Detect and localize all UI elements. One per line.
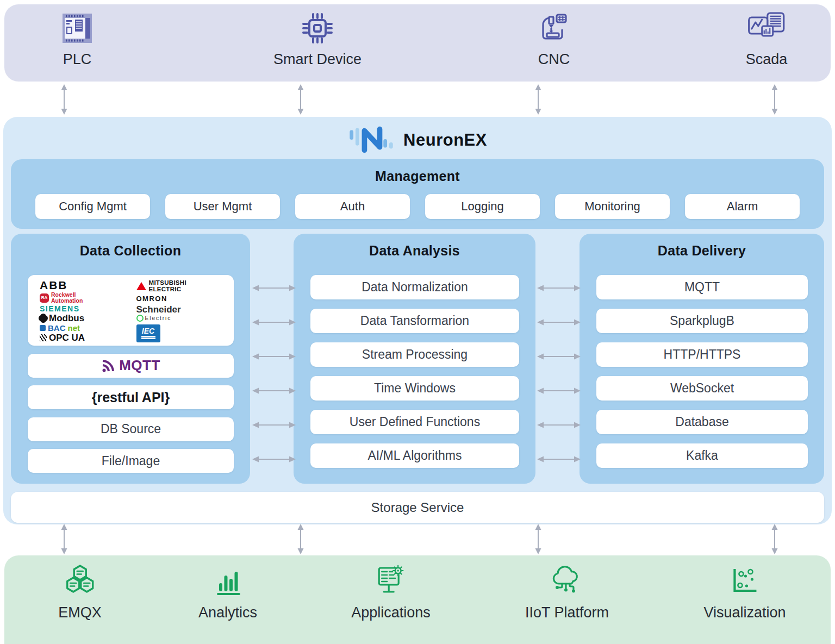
emqx-icon: [63, 564, 97, 599]
cnc-machine-icon: [537, 11, 571, 46]
double-arrow-vertical: [296, 84, 305, 115]
bacnet-logo: BACnet: [40, 324, 132, 332]
double-arrow-vertical: [60, 523, 68, 555]
scada-icon: [746, 11, 787, 46]
bacnet-badge-icon: [40, 325, 46, 331]
schneider-line2: Electric: [145, 316, 172, 321]
platform-applications: Applications: [351, 564, 431, 621]
applications-icon: [373, 564, 408, 599]
siemens-logo: SIEMENS: [40, 305, 132, 312]
management-item: Monitoring: [555, 194, 670, 219]
analysis-item: AI/ML Algorithms: [310, 443, 519, 468]
management-item: Auth: [295, 194, 410, 219]
double-arrow-horizontal: [537, 387, 581, 395]
platform-label: Applications: [351, 604, 431, 621]
vendor-logos-right: MITSUBISHIELECTRIC OMRON Schneider Elect…: [136, 279, 229, 342]
opc-ua-logo: OPC UA: [40, 333, 132, 342]
analysis-item: Data Normalization: [310, 275, 519, 299]
collection-item: DB Source: [28, 417, 234, 441]
schneider-electric-logo: Schneider Electric: [136, 305, 229, 322]
double-arrow-vertical: [534, 84, 543, 115]
data-collection-panel: Data Collection ABB RA RockwellAutomatio…: [11, 234, 250, 484]
vendor-logos-box: ABB RA RockwellAutomation SIEMENS Modbus…: [28, 275, 234, 346]
opc-ua-text: OPC UA: [49, 333, 85, 342]
rockwell-line2: Automation: [51, 297, 83, 304]
management-panel: Management Config Mgmt User Mgmt Auth Lo…: [11, 159, 824, 229]
device-label: Scada: [746, 51, 788, 68]
scatter-plot-icon: [727, 564, 762, 599]
device-label: CNC: [538, 51, 570, 68]
modbus-text: Modbus: [49, 314, 84, 323]
iec-logo: IEC: [136, 324, 229, 342]
management-item: Logging: [425, 194, 540, 219]
platforms-bar: EMQX Analytics: [4, 555, 831, 644]
storage-service-bar: Storage Service: [11, 492, 824, 523]
mitsubishi-line1: MITSUBISHI: [149, 279, 186, 286]
delivery-item: Database: [596, 410, 808, 434]
double-arrow-horizontal: [252, 284, 296, 292]
schneider-circle-icon: [136, 315, 144, 322]
mitsubishi-triangle-icon: [136, 282, 146, 290]
double-arrow-horizontal: [252, 318, 296, 326]
chip-icon: [300, 11, 335, 46]
device-smart-device: Smart Device: [273, 11, 362, 68]
omron-logo: OMRON: [136, 295, 229, 302]
analysis-item: Data Tansformarion: [310, 309, 519, 333]
mitsubishi-line2: ELECTRIC: [149, 286, 182, 292]
device-plc: PLC: [60, 11, 95, 68]
rockwell-badge: RA: [40, 293, 49, 303]
delivery-item: WebSocket: [596, 376, 808, 401]
analysis-item: Time Windows: [310, 376, 519, 401]
double-arrow-vertical: [60, 84, 68, 115]
iec-lines-icon: [141, 336, 155, 337]
double-arrow-vertical: [770, 84, 779, 115]
device-scada: Scada: [746, 11, 788, 68]
double-arrow-horizontal: [537, 318, 581, 326]
device-label: Smart Device: [273, 51, 362, 68]
management-item: Config Mgmt: [35, 194, 150, 219]
collection-item-mqtt: MQTT: [28, 354, 234, 378]
double-arrow-horizontal: [537, 421, 581, 429]
device-label: PLC: [63, 51, 92, 68]
product-title: NeuronEX: [403, 130, 487, 150]
collection-item: {restful API}: [28, 385, 234, 409]
platform-visualization: Visualization: [703, 564, 786, 621]
double-arrow-vertical: [296, 523, 305, 555]
device-cnc: CNC: [537, 11, 571, 68]
schneider-line1: Schneider: [136, 305, 181, 314]
plc-icon: [60, 11, 95, 46]
abb-logo: ABB: [40, 279, 132, 291]
neuronex-logo-icon: [348, 123, 395, 157]
double-arrow-horizontal: [537, 455, 581, 463]
data-delivery-title: Data Delivery: [579, 234, 824, 259]
delivery-item: HTTP/HTTPS: [596, 342, 808, 367]
vendor-logos-left: ABB RA RockwellAutomation SIEMENS Modbus…: [40, 279, 132, 342]
analytics-bars-icon: [210, 564, 245, 599]
neuronex-header: NeuronEX: [3, 122, 832, 158]
double-arrow-horizontal: [252, 421, 296, 429]
mitsubishi-electric-logo: MITSUBISHIELECTRIC: [136, 279, 229, 292]
collection-item: File/Image: [28, 449, 234, 473]
platform-label: IIoT Platform: [525, 604, 609, 621]
bacnet-text-bac: BAC: [48, 324, 66, 332]
delivery-item: Kafka: [596, 443, 808, 468]
double-arrow-horizontal: [252, 353, 296, 360]
double-arrow-horizontal: [252, 455, 296, 463]
double-arrow-vertical: [534, 523, 543, 555]
delivery-item: SparkplugB: [596, 309, 808, 333]
data-analysis-title: Data Analysis: [294, 234, 535, 259]
management-item: Alarm: [685, 194, 800, 219]
delivery-item: MQTT: [596, 275, 808, 299]
platform-label: Visualization: [703, 604, 786, 621]
management-items-row: Config Mgmt User Mgmt Auth Logging Monit…: [35, 194, 800, 219]
opc-ua-stripes-icon: [40, 334, 47, 341]
mqtt-text: MQTT: [119, 357, 160, 374]
management-title: Management: [11, 159, 824, 184]
neuronex-container: NeuronEX Management Config Mgmt User Mgm…: [3, 117, 832, 524]
analysis-item: Stream Processing: [310, 342, 519, 367]
analysis-item: User Defined Functions: [310, 410, 519, 434]
management-item: User Mgmt: [165, 194, 280, 219]
field-devices-bar: PLC Smart Device: [4, 4, 831, 82]
data-analysis-panel: Data Analysis Data Normalization Data Ta…: [294, 234, 535, 484]
platform-label: Analytics: [198, 604, 257, 621]
